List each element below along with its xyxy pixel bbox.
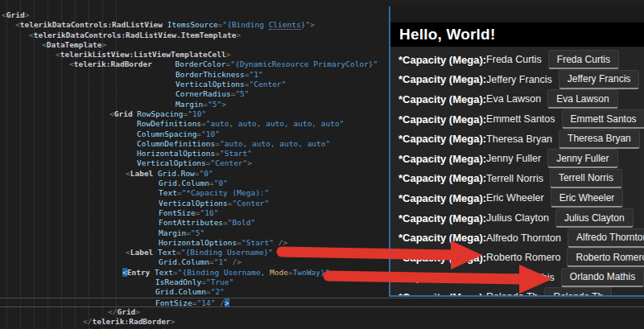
code-token: / [220,298,225,307]
code-token: ColumnDefinitions [137,139,215,148]
username-label: Alfredo Thornton [486,232,561,244]
code-token: "16" [200,208,219,217]
username-entry[interactable]: Emmett Santos [562,109,644,129]
list-item[interactable]: *Capacity (Mega):Emmett SantosEmmett San… [390,109,644,130]
code-token: Mode [270,268,288,277]
username-label: Eva Lawson [486,93,541,105]
username-entry[interactable]: Rolando Th [544,287,612,297]
username-entry[interactable]: Freda Curtis [548,50,619,69]
code-token: DataTemplate [47,40,102,49]
code-token: }" [301,20,310,29]
code-token: /> [279,238,287,247]
code-token: "0" [200,169,213,178]
code-token: ItemsSource [167,20,218,29]
list-item[interactable]: *Capacity (Mega):Eva LawsonEva Lawson [390,89,644,109]
code-token: FontSize [159,208,196,217]
capacity-label: *Capacity (Mega): [398,133,486,145]
code-token: telerikListView:ListViewTemplateCell [60,50,226,59]
code-token: "1" [214,257,228,266]
code-token: FontAttributes [159,218,223,227]
list-item[interactable]: *Capacity (Mega):Orlando MathisOrlando M… [390,268,644,288]
list-item[interactable]: *Capacity (Mega):Alfredo ThorntonAlfredo… [390,228,644,248]
username-entry[interactable]: Theresa Bryan [559,130,640,149]
code-token: "5" [191,228,204,237]
preview-panel: Hello, World! *Capacity (Mega):Freda Cur… [389,6,644,297]
username-entry[interactable]: Terrell Norris [550,169,622,188]
code-token: "{DynamicResource PrimaryColor}" [230,60,378,68]
capacity-label: *Capacity (Mega): [398,54,486,66]
code-token: telerik:RadBorder [92,317,170,326]
username-entry[interactable]: Eva Lawson [547,89,617,109]
code-token: > [226,50,231,59]
capacity-label: *Capacity (Mega): [398,93,486,105]
list-item[interactable]: *Capacity (Mega):Roberto RomeroRoberto R… [390,248,644,268]
list-item[interactable]: *Capacity (Mega):Jeffery FrancisJeffery … [390,70,644,90]
code-token: telerikDataControls:RadListView [20,20,163,29]
code-token: "0" [214,179,228,187]
code-token: RowDefinitions [137,119,201,128]
username-entry[interactable]: Orlando Mathis [561,268,644,287]
capacity-label: *Capacity (Mega): [398,172,486,184]
code-token: > [221,100,226,109]
code-token: CornerRadius [175,89,231,98]
code-token: Text [159,188,177,197]
code-token: "{Binding [222,20,268,29]
code-token: > [171,317,175,326]
list-item[interactable]: *Capacity (Mega):Theresa BryanTheresa Br… [390,129,644,149]
list-item[interactable]: *Capacity (Mega):Julius ClaytonJulius Cl… [390,208,644,228]
code-token: > [135,307,140,316]
username-entry[interactable]: Jeffery Francis [559,70,639,89]
list-item[interactable]: *Capacity (Mega):Rolando ThRolando Th [390,287,644,297]
preview-title: Hello, World! [399,26,495,43]
capacity-label: *Capacity (Mega): [398,212,486,224]
code-token: BorderThickness [175,70,245,79]
capacity-label: *Capacity (Mega): [398,192,486,204]
code-token: IsReadOnly [155,278,201,286]
capacity-label: *Capacity (Mega): [398,291,486,297]
code-token: > [310,20,315,29]
username-label: Theresa Bryan [486,134,552,145]
code-token: Grid.Column [159,179,209,187]
username-label: Rolando Th [486,291,538,297]
code-token: "5" [235,89,249,98]
code-token: Label [130,169,154,178]
username-entry[interactable]: Jenny Fuller [547,149,617,168]
code-token: ColumnSpacing [137,130,196,138]
code-token: "Center" [250,80,287,88]
list-item[interactable]: *Capacity (Mega):Terrell NorrisTerrell N… [390,169,644,189]
username-label: Roberto Romero [486,252,560,263]
code-token: </ [83,317,92,326]
code-token: TwoWay}" [293,268,330,277]
code-token: telerik:RadBorder [74,60,152,68]
code-token: "Center" [233,199,270,208]
code-token: Grid [6,10,25,19]
code-token: Margin [175,100,203,109]
username-label: Freda Curtis [486,54,542,65]
list-item[interactable]: *Capacity (Mega):Jenny FullerJenny Fulle… [390,149,644,169]
code-token: > [247,158,252,167]
code-token: Label [130,248,154,257]
code-token: > [225,298,229,307]
code-line[interactable]: </telerik:RadBorder> [0,317,644,327]
username-entry[interactable]: Eric Wheeler [551,188,624,208]
username-entry[interactable]: Roberto Romero [567,248,644,267]
code-token: HorizontalOptions [137,149,215,158]
username-label: Jenny Fuller [486,153,541,164]
code-token: VerticalOptions [137,158,206,167]
code-token: "Start" [242,238,274,247]
list-item[interactable]: *Capacity (Mega):Eric WheelerEric Wheele… [390,188,644,208]
code-token: FontSize [155,298,192,307]
code-token: telerikDataControls:RadListView.ItemTemp… [34,31,237,39]
code-token: "10" [201,130,220,138]
code-token: Entry [127,268,151,277]
code-line-current[interactable]: FontSize="14" /> [0,298,644,307]
code-token: "Bold" [228,218,255,227]
list-item[interactable]: *Capacity (Mega):Freda CurtisFreda Curti… [390,50,644,70]
username-entry[interactable]: Alfredo Thornton [568,228,644,248]
code-token: BorderColor [175,60,226,68]
preview-list: *Capacity (Mega):Freda CurtisFreda Curti… [390,47,644,297]
preview-title-bar: Hello, World! [390,23,644,47]
username-entry[interactable]: Julius Clayton [555,208,634,228]
code-token: /> [233,257,242,266]
code-line[interactable]: </Grid> [0,307,644,317]
